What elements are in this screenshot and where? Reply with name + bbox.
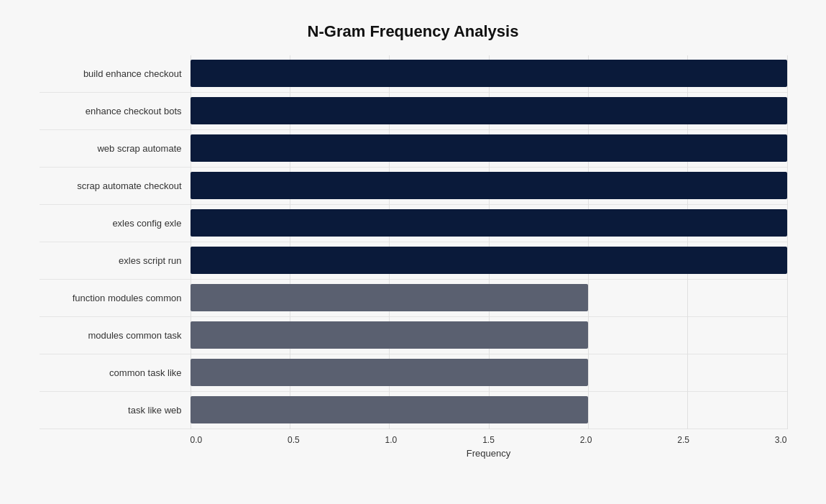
bar-label: build enhance checkout (40, 68, 191, 79)
bar-row: function modules common (40, 280, 787, 317)
bar-label: exles config exle (40, 218, 191, 229)
bar-label: web scrap automate (40, 143, 191, 154)
bar-row: exles script run (40, 242, 787, 280)
chart-area: build enhance checkoutenhance checkout b… (40, 55, 787, 429)
x-tick: 2.0 (580, 435, 592, 445)
bar-fill (191, 321, 588, 349)
bar-fill (191, 247, 787, 274)
bar-track (191, 396, 787, 423)
bar-track (191, 97, 787, 124)
bar-row: task like web (40, 392, 787, 429)
x-tick: 0.5 (288, 435, 300, 445)
x-tick: 1.5 (482, 435, 495, 445)
x-axis-label: Frequency (191, 448, 787, 459)
bar-row: enhance checkout bots (40, 93, 787, 130)
bar-track (191, 284, 787, 311)
x-tick: 3.0 (775, 435, 787, 445)
bar-fill (191, 172, 787, 199)
bar-track (191, 359, 787, 386)
bar-track (191, 172, 787, 199)
bar-fill (191, 134, 787, 162)
bar-row: web scrap automate (40, 130, 787, 168)
bar-label: modules common task (40, 330, 191, 341)
x-tick: 2.5 (677, 435, 689, 445)
bar-fill (191, 97, 787, 124)
chart-container: N-Gram Frequency Analysis build enhance … (18, 8, 809, 497)
bar-fill (191, 359, 588, 386)
bar-fill (191, 60, 787, 87)
grid-line (787, 55, 788, 429)
bar-label: function modules common (40, 293, 191, 303)
bar-track (191, 134, 787, 162)
bar-label: common task like (40, 367, 191, 378)
x-tick: 0.0 (191, 435, 203, 445)
bar-row: modules common task (40, 317, 787, 354)
bar-fill (191, 209, 787, 237)
bar-row: common task like (40, 354, 787, 392)
bar-row: build enhance checkout (40, 55, 787, 93)
bar-row: scrap automate checkout (40, 168, 787, 205)
bar-track (191, 321, 787, 349)
chart-title: N-Gram Frequency Analysis (40, 22, 787, 41)
bar-fill (191, 284, 588, 311)
bar-track (191, 247, 787, 274)
bar-label: exles script run (40, 255, 191, 266)
bar-track (191, 60, 787, 87)
bar-label: scrap automate checkout (40, 180, 191, 191)
x-axis: 0.00.51.01.52.02.53.0 (191, 435, 787, 445)
bar-label: task like web (40, 405, 191, 416)
bar-row: exles config exle (40, 205, 787, 242)
bar-track (191, 209, 787, 237)
bar-fill (191, 396, 588, 423)
x-tick: 1.0 (385, 435, 398, 445)
bar-label: enhance checkout bots (40, 106, 191, 116)
